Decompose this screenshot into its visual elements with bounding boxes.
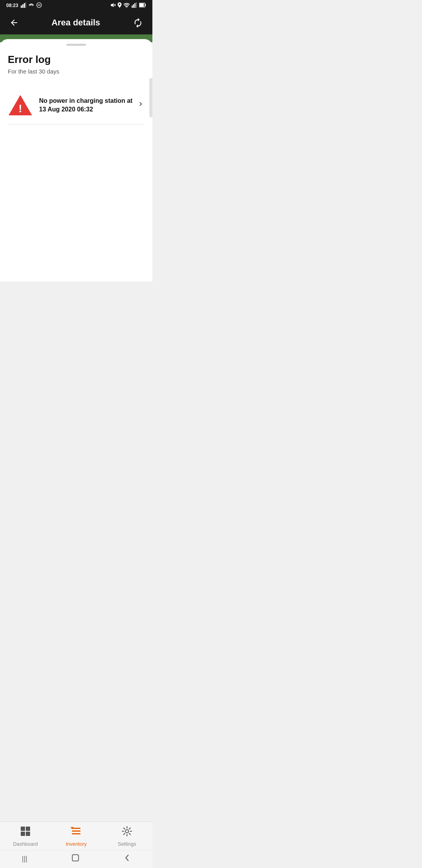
svg-rect-2: [24, 3, 25, 8]
signal-bars-icon: [21, 2, 26, 9]
wifi-icon: [123, 3, 130, 9]
drag-handle[interactable]: [66, 44, 86, 46]
svg-marker-6: [111, 3, 114, 7]
svg-rect-16: [139, 4, 144, 7]
mute-icon: [110, 2, 116, 9]
svg-point-9: [119, 4, 120, 5]
back-button[interactable]: [8, 16, 20, 29]
battery-icon: [139, 3, 146, 9]
svg-rect-14: [136, 2, 137, 8]
svg-rect-0: [21, 5, 22, 8]
chevron-right-icon: [137, 100, 145, 110]
svg-point-10: [126, 7, 127, 7]
app-bar: Area details: [0, 11, 152, 34]
error-log-title: Error log: [8, 54, 145, 66]
error-log-subtitle: For the last 30 days: [8, 68, 145, 75]
time-display: 08:23: [6, 3, 18, 8]
svg-rect-1: [22, 4, 23, 8]
dnd-icon: [36, 2, 42, 9]
svg-rect-12: [133, 4, 134, 8]
status-bar: 08:23: [0, 0, 152, 11]
status-left: 08:23: [6, 2, 42, 9]
signal-icon: [132, 2, 137, 9]
error-message: No power in charging station at 13 Aug 2…: [39, 97, 134, 114]
scroll-indicator: [149, 78, 152, 117]
svg-text:!: !: [18, 102, 22, 115]
svg-rect-13: [134, 3, 136, 8]
refresh-button[interactable]: [131, 16, 145, 29]
data-icon: [29, 2, 34, 9]
error-list-item[interactable]: ! No power in charging station at 13 Aug…: [8, 86, 145, 124]
status-right: [110, 2, 146, 9]
svg-rect-11: [132, 5, 133, 8]
warning-icon: !: [8, 93, 33, 118]
bottom-sheet: Error log For the last 30 days ! No powe…: [0, 39, 152, 282]
page-title: Area details: [52, 18, 100, 28]
location-icon: [118, 2, 122, 9]
svg-rect-3: [25, 2, 26, 8]
